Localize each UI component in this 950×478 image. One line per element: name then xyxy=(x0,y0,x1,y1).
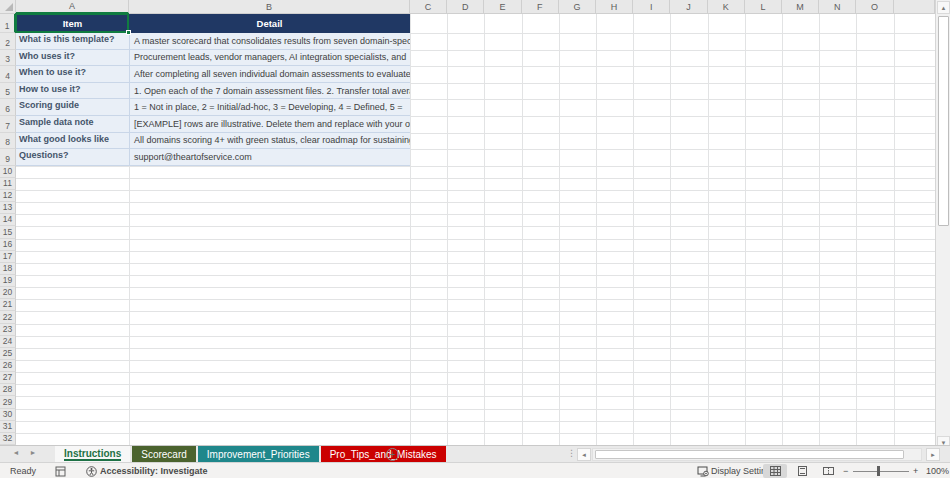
scrollbar-resize-handle[interactable]: ⋮ xyxy=(567,448,576,458)
selection-fill-handle[interactable] xyxy=(126,30,131,35)
column-header-H[interactable]: H xyxy=(596,0,633,14)
cell-B8[interactable]: All domains scoring 4+ with green status… xyxy=(129,133,410,150)
row-header-17[interactable]: 17 xyxy=(0,251,16,263)
column-header-A[interactable]: A xyxy=(16,0,129,14)
cell-A3[interactable]: Who uses it? xyxy=(16,50,129,67)
row-header-2[interactable]: 2 xyxy=(0,33,16,50)
sheet-tab-instructions[interactable]: Instructions xyxy=(55,446,130,463)
page-layout-icon xyxy=(797,466,808,476)
macro-record-icon[interactable] xyxy=(55,463,66,478)
scroll-left-button[interactable]: ◄ xyxy=(577,448,591,461)
cell-A1-item-header[interactable]: Item xyxy=(16,14,129,33)
zoom-slider-handle[interactable] xyxy=(877,466,880,476)
cell-B2[interactable]: A master scorecard that consolidates res… xyxy=(129,33,410,50)
sheet-tab-label: Pro_Tips_and_Mistakes xyxy=(330,449,437,460)
excel-window: ABCDEFGHIJKLMNO1234567891011121314151617… xyxy=(0,0,950,478)
row-header-14[interactable]: 14 xyxy=(0,214,16,226)
zoom-level[interactable]: 100% xyxy=(926,463,949,478)
column-header-M[interactable]: M xyxy=(782,0,819,14)
row-header-30[interactable]: 30 xyxy=(0,409,16,421)
cell-B4[interactable]: After completing all seven individual do… xyxy=(129,66,410,83)
scroll-right-button[interactable]: ► xyxy=(926,448,940,461)
gridline xyxy=(745,14,746,445)
row-header-27[interactable]: 27 xyxy=(0,372,16,384)
page-layout-view-button[interactable] xyxy=(790,464,814,478)
cell-A4[interactable]: When to use it? xyxy=(16,66,129,83)
row-header-10[interactable]: 10 xyxy=(0,166,16,178)
row-header-28[interactable]: 28 xyxy=(0,384,16,396)
row-header-21[interactable]: 21 xyxy=(0,299,16,311)
column-header-N[interactable]: N xyxy=(819,0,856,14)
vertical-scrollbar[interactable]: ▲ ▼ xyxy=(935,0,950,450)
column-header-K[interactable]: K xyxy=(708,0,745,14)
row-header-12[interactable]: 12 xyxy=(0,190,16,202)
row-header-4[interactable]: 4 xyxy=(0,66,16,83)
vertical-scroll-thumb[interactable] xyxy=(938,16,949,226)
row-header-26[interactable]: 26 xyxy=(0,360,16,372)
gridline xyxy=(633,14,634,445)
row-header-20[interactable]: 20 xyxy=(0,287,16,299)
gridline xyxy=(16,178,935,179)
column-header-O[interactable]: O xyxy=(856,0,893,14)
column-header-C[interactable]: C xyxy=(410,0,447,14)
cell-A9[interactable]: Questions? xyxy=(16,149,129,166)
row-header-8[interactable]: 8 xyxy=(0,133,16,150)
row-header-7[interactable]: 7 xyxy=(0,116,16,133)
zoom-in-button[interactable]: + xyxy=(913,463,918,478)
cell-A6[interactable]: Scoring guide xyxy=(16,99,129,116)
row-header-5[interactable]: 5 xyxy=(0,83,16,100)
column-header-J[interactable]: J xyxy=(670,0,707,14)
row-header-32[interactable]: 32 xyxy=(0,433,16,445)
row-header-23[interactable]: 23 xyxy=(0,324,16,336)
add-sheet-button[interactable]: + xyxy=(386,448,399,461)
row-header-29[interactable]: 29 xyxy=(0,396,16,408)
normal-view-button[interactable] xyxy=(763,464,787,478)
accessibility-status[interactable]: Accessibility: Investigate xyxy=(100,463,208,478)
cell-A7[interactable]: Sample data note xyxy=(16,116,129,133)
cell-B9[interactable]: support@theartofservice.com xyxy=(129,149,410,166)
cell-B1-detail-header[interactable]: Detail xyxy=(129,14,410,33)
row-header-16[interactable]: 16 xyxy=(0,239,16,251)
select-all-button[interactable] xyxy=(0,0,16,14)
row-header-11[interactable]: 11 xyxy=(0,178,16,190)
cell-B7[interactable]: [EXAMPLE] rows are illustrative. Delete … xyxy=(129,116,410,133)
row-header-25[interactable]: 25 xyxy=(0,348,16,360)
cell-A8[interactable]: What good looks like xyxy=(16,133,129,150)
row-header-6[interactable]: 6 xyxy=(0,99,16,116)
cell-A5[interactable]: How to use it? xyxy=(16,83,129,100)
row-header-24[interactable]: 24 xyxy=(0,336,16,348)
row-header-3[interactable]: 3 xyxy=(0,50,16,67)
column-header-E[interactable]: E xyxy=(484,0,521,14)
row-header-15[interactable]: 15 xyxy=(0,226,16,238)
page-break-view-button[interactable] xyxy=(816,464,840,478)
horizontal-scroll-thumb[interactable] xyxy=(595,450,904,459)
cell-A2[interactable]: What is this template? xyxy=(16,33,129,50)
cell-B5[interactable]: 1. Open each of the 7 domain assessment … xyxy=(129,83,410,100)
sheet-tab-scorecard[interactable]: Scorecard xyxy=(132,446,196,463)
scroll-left-icon: ◄ xyxy=(581,452,587,458)
row-header-13[interactable]: 13 xyxy=(0,202,16,214)
column-header-I[interactable]: I xyxy=(633,0,670,14)
sheet-tab-pro_tips_and_mistakes[interactable]: Pro_Tips_and_Mistakes xyxy=(321,446,446,463)
row-header-1[interactable]: 1 xyxy=(0,14,16,33)
zoom-out-button[interactable]: − xyxy=(843,463,848,478)
column-header-G[interactable]: G xyxy=(559,0,596,14)
scroll-up-button[interactable]: ▲ xyxy=(937,1,950,14)
column-header-partial[interactable] xyxy=(894,0,935,14)
tab-scroll-right-icon[interactable]: ► xyxy=(27,449,39,456)
row-header-31[interactable]: 31 xyxy=(0,421,16,433)
column-header-L[interactable]: L xyxy=(745,0,782,14)
sheet-tab-improvement_priorities[interactable]: Improvement_Priorities xyxy=(198,446,319,463)
column-header-D[interactable]: D xyxy=(447,0,484,14)
cell-B6[interactable]: 1 = Not in place, 2 = Initial/ad-hoc, 3 … xyxy=(129,99,410,116)
column-header-F[interactable]: F xyxy=(522,0,559,14)
row-header-9[interactable]: 9 xyxy=(0,149,16,166)
row-header-19[interactable]: 19 xyxy=(0,275,16,287)
column-header-B[interactable]: B xyxy=(129,0,410,14)
tab-scroll-left-icon[interactable]: ◄ xyxy=(10,449,22,456)
row-header-18[interactable]: 18 xyxy=(0,263,16,275)
zoom-slider[interactable] xyxy=(853,471,909,472)
row-header-22[interactable]: 22 xyxy=(0,311,16,323)
horizontal-scrollbar[interactable] xyxy=(592,448,922,461)
cell-B3[interactable]: Procurement leads, vendor managers, AI i… xyxy=(129,50,410,67)
